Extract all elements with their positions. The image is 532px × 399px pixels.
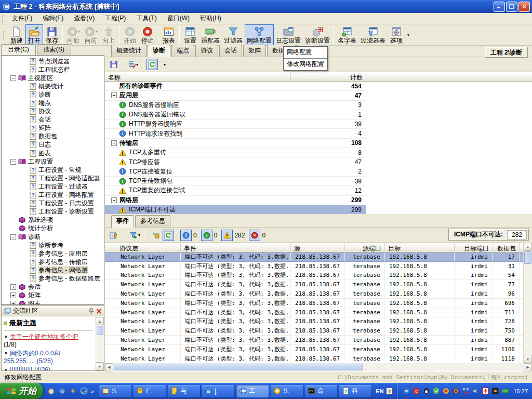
refresh-dropdown[interactable]: ▾	[159, 59, 170, 70]
toolbar-button-settings[interactable]: 设置	[181, 24, 199, 45]
tree-item[interactable]: ?协议	[2, 108, 104, 116]
tray-shield-icon[interactable]	[432, 387, 440, 395]
event-row[interactable]: Network Layer端口不可达 (类型: 3, 代码: 3,数据...21…	[105, 262, 523, 271]
tree-item[interactable]: + 矩阵	[2, 291, 104, 300]
taskbar-button-2[interactable]: 与	[168, 385, 200, 397]
tree-item[interactable]: ?工程设置 - 网络适配器	[2, 174, 104, 182]
view-tab-5[interactable]: 矩阵	[243, 45, 266, 57]
export-events-button[interactable]	[108, 230, 120, 241]
tree-item[interactable]: + 会话	[2, 283, 104, 291]
diagnosis-row[interactable]: −应用层 47	[105, 91, 366, 100]
toolbar-button-stop[interactable]: 停止	[139, 24, 156, 45]
column-header-1[interactable]: 协议层	[116, 243, 181, 252]
toolbar-button-new[interactable]: 新建	[8, 24, 25, 45]
toggle-sev-ok-button[interactable]: !	[201, 230, 212, 241]
pin-icon[interactable]	[88, 308, 94, 314]
tree-item[interactable]: ?工程设置 - 诊断设置	[2, 208, 104, 216]
tree-item[interactable]: ?诊断参考	[2, 241, 104, 249]
scroll-down-icon[interactable]: ▼	[96, 362, 104, 370]
diagnosis-row[interactable]: !DNS服务器返回错误 1	[105, 110, 366, 119]
tree-item[interactable]: − 诊断	[2, 233, 104, 241]
view-tab-2[interactable]: 端点	[171, 45, 194, 57]
diagnosis-row[interactable]: −网络层 299	[105, 196, 366, 205]
diagnosis-row[interactable]: iHTTP请求没有找到 4	[105, 129, 366, 138]
diagnosis-row[interactable]: iTCP连接被复位 2	[105, 167, 366, 177]
tree-item[interactable]: ?工程状态栏	[2, 65, 104, 74]
toolbar-button-adapter[interactable]: 适配器	[199, 24, 222, 45]
menu-item-1[interactable]: 编辑(E)	[37, 13, 69, 24]
export-save-button[interactable]	[108, 59, 119, 70]
scroll-up-icon[interactable]: ▲	[96, 317, 104, 325]
tray-radio-icon[interactable]	[491, 387, 499, 395]
diagnosis-row[interactable]: TCP太多重传 8	[105, 148, 366, 157]
toggle-sev-error-button[interactable]: ×	[249, 230, 260, 241]
scroll-left-icon[interactable]: ◀	[105, 363, 113, 371]
tree-item[interactable]: ?矩阵	[2, 124, 104, 132]
event-row[interactable]: Network Layer端口不可达 (类型: 3, 代码: 3,数据...21…	[105, 252, 523, 262]
lock-scroll-button[interactable]	[150, 230, 161, 241]
menu-item-3[interactable]: 工程(P)	[100, 13, 131, 24]
toolbar-overflow-button[interactable]: ▾	[405, 25, 411, 45]
events-hscrollbar[interactable]: ◀ ▶	[105, 363, 532, 371]
input-method-icon[interactable]: ?	[386, 388, 393, 394]
bottom-tab-1[interactable]: 参考信息	[135, 215, 170, 227]
tree-item[interactable]: ?工程设置 - 网络配置	[2, 191, 104, 200]
event-row[interactable]: Network Layer端口不可达 (类型: 3, 代码: 3,数据...21…	[105, 289, 523, 299]
community-topic[interactable]: 网络内的0.0.0.0和255.255. ... (5/25)	[4, 350, 95, 365]
filter-events-button[interactable]: ▾	[128, 230, 142, 241]
column-header-7[interactable]: 数据包	[493, 243, 520, 252]
tree-item[interactable]: ?图表	[2, 149, 104, 157]
column-header-2[interactable]: 事件	[181, 243, 291, 252]
menu-item-6[interactable]: 帮助(H)	[195, 13, 227, 24]
minimize-button[interactable]	[494, 2, 505, 12]
diagnosis-row[interactable]: !DNS服务器慢响应 3	[105, 101, 366, 110]
tray-qq-icon[interactable]	[422, 387, 430, 395]
diagnosis-row[interactable]: !TCP重传数据包 39	[105, 177, 366, 186]
tree-item[interactable]: 系统选项	[2, 216, 104, 224]
toolbar-button-open[interactable]: 打开	[25, 24, 43, 45]
tree-item[interactable]: ?工程设置 - 常规	[2, 166, 104, 174]
event-row[interactable]: Network Layer端口不可达 (类型: 3, 代码: 3,数据...21…	[105, 299, 523, 308]
tree-item[interactable]: ?节点浏览器	[2, 57, 104, 65]
column-header-name[interactable]: 名称	[105, 72, 291, 81]
menu-item-0[interactable]: 文件(F)	[7, 13, 37, 24]
taskbar-button-3[interactable]: m [.	[202, 385, 234, 397]
events-vscrollbar[interactable]: ▲ ▼	[523, 243, 532, 363]
tree-item[interactable]: ?参考信息 - 应用层	[2, 249, 104, 258]
tree-item[interactable]: ?概要统计	[2, 82, 104, 90]
tree-item[interactable]: ?参考信息 - 传输层	[2, 258, 104, 266]
tray-sound-icon[interactable]	[472, 387, 480, 395]
column-header-5[interactable]: 目标	[385, 243, 455, 252]
language-bar[interactable]: EN ?	[373, 388, 396, 394]
view-tab-1[interactable]: 诊断	[148, 45, 170, 57]
close-button[interactable]	[518, 2, 530, 12]
tree-item[interactable]: ?数据包	[2, 132, 104, 141]
tree-item[interactable]: ?端点	[2, 99, 104, 107]
taskbar-button-6[interactable]: c:\ 命	[305, 385, 337, 397]
tray-net-icon[interactable]	[462, 387, 470, 395]
tree-item[interactable]: ?参考信息 - 数据链路层	[2, 274, 104, 283]
scroll-thumb[interactable]	[114, 364, 363, 370]
scroll-right-icon[interactable]: ▶	[524, 363, 532, 371]
toolbar-button-start[interactable]: 开始	[121, 24, 139, 45]
maximize-button[interactable]	[506, 2, 517, 12]
ql-rabbit-icon[interactable]	[47, 387, 55, 395]
taskbar-button-1[interactable]: E.	[134, 385, 166, 397]
menu-item-5[interactable]: 窗口(W)	[162, 13, 195, 24]
event-row[interactable]: Network Layer端口不可达 (类型: 3, 代码: 3,数据...21…	[105, 326, 523, 336]
taskbar-button-7[interactable]: ? 科	[339, 385, 371, 397]
ql-ie-icon[interactable]	[80, 387, 88, 395]
tray-target-icon[interactable]	[452, 387, 460, 395]
community-scrollbar[interactable]: ▲ ▼	[96, 317, 104, 370]
column-header-0[interactable]	[105, 243, 116, 252]
diagnosis-row[interactable]: 所有的诊断事件 454	[105, 82, 366, 91]
toolbar-button-diagset[interactable]: 诊断设置	[303, 24, 332, 45]
toggle-sev-info-button[interactable]: i	[180, 230, 192, 241]
collapse-icon[interactable]: −	[111, 197, 117, 203]
tree-item[interactable]: ?工程设置 - 日志设置	[2, 200, 104, 208]
view-tab-3[interactable]: 协议	[195, 45, 218, 57]
scroll-up-icon[interactable]: ▲	[524, 243, 532, 251]
tree-item[interactable]: ?参考信息 - 网络层	[2, 266, 104, 274]
tree-item[interactable]: ?工程设置 - 过滤器	[2, 182, 104, 191]
toolbar-button-logset[interactable]: 日志设置	[274, 24, 303, 45]
